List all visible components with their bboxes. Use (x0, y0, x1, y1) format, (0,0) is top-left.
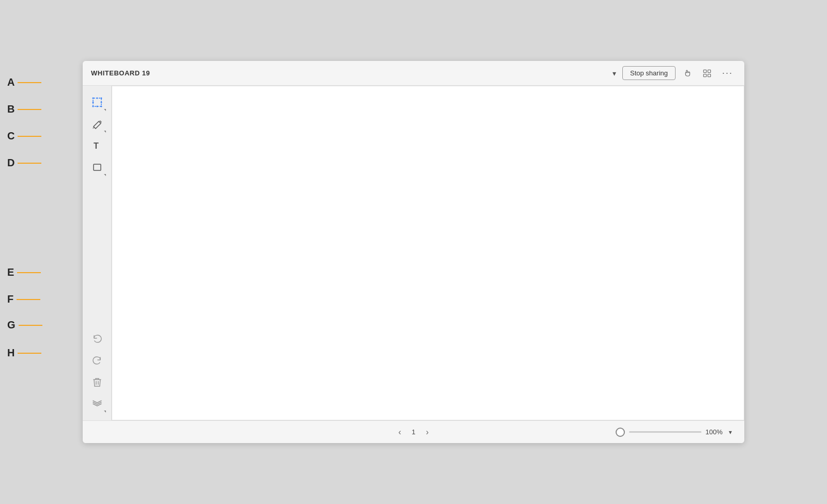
whiteboard-window: WHITEBOARD 19 ▾ Stop sharing (83, 61, 744, 443)
annotation-e-line (17, 272, 41, 273)
more-options-button[interactable]: ··· (719, 66, 736, 81)
svg-point-8 (100, 106, 102, 107)
zoom-chevron-icon: ▾ (729, 429, 732, 436)
svg-rect-3 (708, 74, 710, 76)
annotation-f: F (7, 293, 40, 305)
annotation-c-label: C (7, 130, 14, 142)
shape-icon (92, 162, 102, 172)
fullscreen-button[interactable] (699, 67, 715, 80)
fullscreen-icon (702, 69, 712, 78)
zoom-area: 100% ▾ (616, 428, 734, 437)
current-page-number: 1 (409, 428, 418, 436)
svg-rect-4 (93, 98, 101, 106)
layers-dropdown-arrow (104, 411, 106, 413)
annotation-d: D (7, 157, 41, 169)
delete-button[interactable] (87, 372, 108, 392)
svg-rect-14 (94, 164, 101, 170)
svg-point-10 (96, 106, 98, 107)
redo-icon (92, 355, 102, 366)
top-bar-left: WHITEBOARD 19 (91, 69, 150, 77)
select-icon (92, 97, 102, 107)
annotation-f-line (17, 299, 40, 300)
text-icon: T (92, 140, 102, 151)
annotation-g-line (19, 325, 42, 326)
page-navigation: ‹ 1 › (395, 426, 432, 439)
bottom-bar: ‹ 1 › 100% ▾ (83, 420, 744, 443)
prev-page-icon: ‹ (399, 428, 401, 437)
chevron-down-icon: ▾ (612, 69, 616, 77)
canvas-surface[interactable] (112, 86, 744, 420)
annotation-c: C (7, 130, 41, 142)
svg-rect-2 (703, 74, 706, 76)
zoom-dropdown-button[interactable]: ▾ (727, 428, 734, 437)
annotation-a-label: A (7, 76, 14, 88)
layers-button[interactable] (87, 393, 108, 414)
svg-point-9 (96, 98, 98, 99)
action-tools-group (83, 328, 111, 414)
text-tool-button[interactable]: T (87, 135, 108, 156)
drawing-tools-group: T (83, 92, 111, 178)
annotation-g-label: G (7, 319, 16, 331)
undo-button[interactable] (87, 328, 108, 349)
pen-icon (92, 119, 102, 129)
svg-point-5 (92, 98, 94, 99)
shape-tool-dropdown-arrow (104, 174, 106, 176)
annotation-c-line (18, 136, 41, 137)
zoom-slider[interactable] (629, 431, 701, 433)
svg-point-7 (92, 106, 94, 107)
annotation-e: E (7, 266, 41, 278)
svg-rect-0 (703, 70, 706, 72)
redo-button[interactable] (87, 350, 108, 371)
prev-page-button[interactable]: ‹ (395, 426, 404, 439)
shape-tool-button[interactable] (87, 157, 108, 178)
annotation-f-label: F (7, 293, 13, 305)
next-page-button[interactable]: › (423, 426, 432, 439)
draw-tool-dropdown-arrow (104, 131, 106, 133)
annotation-d-line (18, 163, 41, 164)
annotation-h-label: H (7, 347, 14, 359)
whiteboard-title: WHITEBOARD 19 (91, 69, 150, 77)
select-tool-dropdown-arrow (104, 109, 106, 111)
top-bar: WHITEBOARD 19 ▾ Stop sharing (83, 61, 744, 86)
canvas-area[interactable] (112, 86, 744, 420)
layers-icon (92, 399, 102, 409)
undo-icon (92, 334, 102, 344)
top-bar-right: ▾ Stop sharing ··· (610, 66, 736, 81)
annotation-g: G (7, 319, 42, 331)
svg-point-12 (100, 102, 102, 103)
annotation-a-line (18, 82, 41, 83)
svg-point-11 (92, 102, 94, 103)
stop-sharing-button[interactable]: Stop sharing (622, 66, 676, 80)
trash-icon (92, 377, 102, 387)
svg-rect-1 (708, 70, 710, 72)
annotation-h: H (7, 347, 41, 359)
zoom-handle[interactable] (616, 428, 625, 437)
hand-icon (683, 69, 692, 78)
next-page-icon: › (426, 428, 428, 437)
annotation-b: B (7, 103, 41, 115)
svg-point-6 (100, 98, 102, 99)
draw-tool-button[interactable] (87, 114, 108, 134)
select-tool-button[interactable] (87, 92, 108, 113)
svg-text:T: T (94, 141, 99, 150)
annotation-e-label: E (7, 266, 14, 278)
left-toolbar: T (83, 86, 112, 420)
annotation-d-label: D (7, 157, 14, 169)
main-area: T (83, 86, 744, 420)
title-dropdown-button[interactable]: ▾ (610, 67, 618, 80)
zoom-percentage: 100% (706, 428, 723, 436)
annotation-b-label: B (7, 103, 14, 115)
hand-tool-button[interactable] (680, 67, 695, 80)
annotation-b-line (18, 109, 41, 110)
annotation-h-line (18, 353, 41, 354)
annotation-a: A (7, 76, 41, 88)
more-options-icon: ··· (722, 68, 733, 78)
